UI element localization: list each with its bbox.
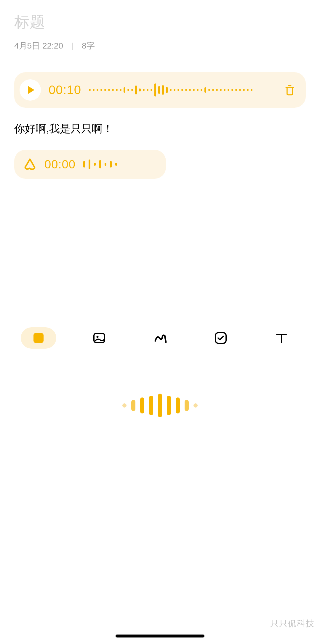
note-body-text[interactable]: 你好啊,我是只只啊！ — [14, 121, 306, 137]
watermark-text: 只只侃科技 — [270, 618, 315, 629]
play-button[interactable] — [20, 79, 41, 101]
audio-waveform — [89, 83, 276, 96]
checkbox-icon — [214, 331, 228, 345]
editor-toolbar — [0, 319, 320, 356]
tool-image[interactable] — [81, 327, 117, 349]
tool-text-format[interactable] — [264, 327, 299, 349]
meta-divider: | — [71, 41, 73, 51]
stop-icon — [33, 333, 44, 343]
svg-rect-2 — [215, 333, 226, 343]
tool-record[interactable] — [21, 327, 56, 349]
assistant-duration: 00:00 — [44, 158, 76, 171]
text-format-icon — [274, 331, 289, 345]
trash-icon — [283, 83, 296, 97]
tool-checklist[interactable] — [203, 327, 239, 349]
voice-assistant-card[interactable]: 00:00 — [14, 150, 166, 179]
recording-indicator — [122, 394, 198, 417]
meta-char-count: 8字 — [82, 40, 95, 51]
home-indicator — [116, 635, 204, 637]
svg-point-1 — [97, 336, 99, 338]
image-icon — [92, 331, 106, 345]
meta-datetime: 4月5日 22:20 — [14, 40, 63, 51]
tool-doodle[interactable] — [142, 327, 178, 349]
assistant-waveform — [83, 160, 117, 169]
breeno-icon — [23, 157, 37, 171]
audio-clip-card[interactable]: 00:10 — [14, 72, 306, 108]
audio-duration: 00:10 — [49, 83, 81, 97]
play-icon — [28, 86, 34, 94]
title-input[interactable]: 标题 — [14, 12, 306, 33]
svg-rect-0 — [94, 333, 105, 343]
note-meta: 4月5日 22:20 | 8字 — [14, 40, 306, 51]
delete-button[interactable] — [283, 83, 296, 96]
doodle-icon — [153, 331, 167, 345]
